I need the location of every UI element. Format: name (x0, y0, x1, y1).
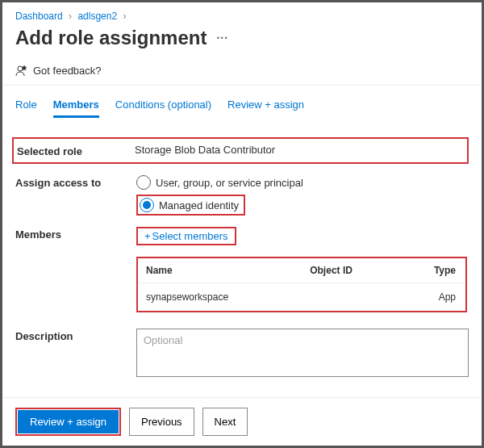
cell-type: App (399, 283, 465, 312)
svg-point-0 (18, 66, 23, 71)
breadcrumb: Dashboard › adlsgen2 › (15, 10, 469, 22)
selected-role-value: Storage Blob Data Contributor (135, 144, 467, 157)
description-label: Description (15, 329, 136, 342)
selected-role-label: Selected role (14, 144, 135, 157)
select-members-label: Select members (152, 230, 228, 242)
feedback-label: Got feedback? (33, 65, 102, 77)
radio-managed-identity[interactable]: Managed identity (140, 198, 239, 212)
members-label: Members (15, 227, 136, 241)
tab-members[interactable]: Members (53, 98, 99, 118)
radio-user-group[interactable]: User, group, or service principal (136, 175, 469, 190)
col-name[interactable]: Name (138, 258, 302, 283)
assign-access-label: Assign access to (15, 175, 136, 189)
feedback-link[interactable]: Got feedback? (15, 64, 469, 77)
radio-managed-label: Managed identity (159, 199, 239, 211)
select-members-button[interactable]: + Select members (144, 230, 228, 242)
review-assign-button[interactable]: Review + assign (18, 410, 119, 433)
breadcrumb-resource[interactable]: adlsgen2 (77, 10, 117, 22)
page-title: Add role assignment (15, 27, 207, 49)
plus-icon: + (144, 230, 151, 242)
tabs: Role Members Conditions (optional) Revie… (15, 98, 469, 118)
footer: Review + assign Previous Next (2, 397, 482, 446)
tab-conditions[interactable]: Conditions (optional) (115, 98, 211, 118)
description-input[interactable] (136, 329, 469, 377)
tab-review[interactable]: Review + assign (227, 98, 304, 118)
feedback-icon (15, 64, 28, 77)
previous-button[interactable]: Previous (129, 408, 194, 436)
cell-object-id (302, 283, 399, 312)
members-table: Name Object ID Type synapseworkspace App (136, 257, 467, 312)
col-object-id[interactable]: Object ID (302, 258, 399, 283)
radio-user-label: User, group, or service principal (156, 177, 303, 189)
table-row[interactable]: synapseworkspace App (138, 283, 465, 312)
selected-role-row: Selected role Storage Blob Data Contribu… (12, 137, 469, 164)
radio-icon (136, 175, 151, 190)
next-button[interactable]: Next (202, 408, 248, 436)
cell-name: synapseworkspace (138, 283, 302, 312)
more-menu-icon[interactable]: ··· (216, 31, 228, 44)
breadcrumb-dashboard[interactable]: Dashboard (15, 10, 63, 22)
col-type[interactable]: Type (399, 258, 465, 283)
tab-role[interactable]: Role (15, 98, 37, 118)
divider (2, 85, 482, 86)
table-header-row: Name Object ID Type (138, 258, 465, 283)
radio-icon (140, 198, 154, 212)
